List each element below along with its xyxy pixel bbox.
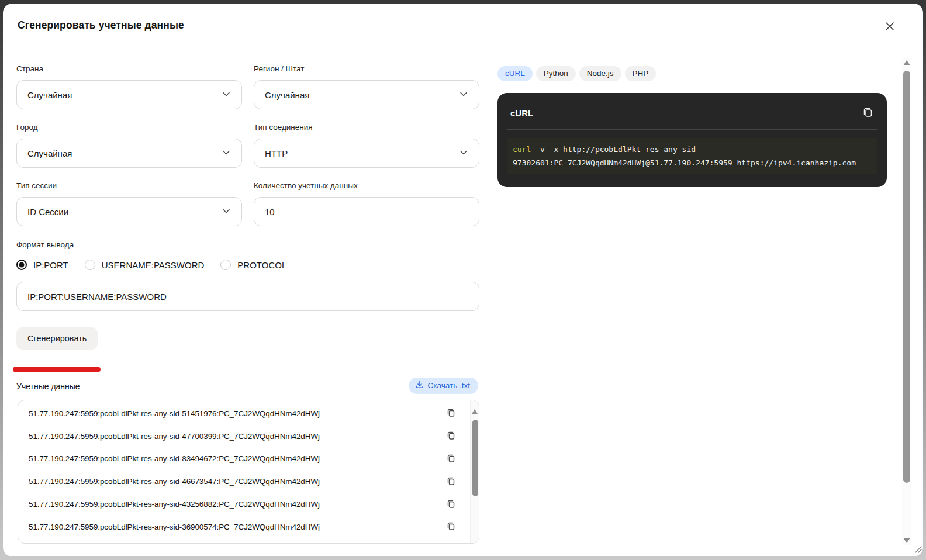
field-label: Тип сессии <box>16 181 242 190</box>
close-icon <box>884 20 896 34</box>
select-value: HTTP <box>265 148 288 158</box>
credential-text: 51.77.190.247:5959:pcobLdlPkt-res-any-si… <box>29 477 445 486</box>
credential-row: 51.77.190.247:5959:pcobLdlPkt-res-any-si… <box>18 425 470 448</box>
language-tabs: cURL Python Node.js PHP <box>497 66 890 81</box>
credential-text: 51.77.190.247:5959:pcobLdlPkt-res-any-si… <box>29 409 445 418</box>
header-divider <box>3 56 923 56</box>
scroll-up-arrow-icon[interactable] <box>903 60 910 65</box>
credential-row: 51.77.190.247:5959:pcobLdlPkt-res-any-si… <box>18 402 470 425</box>
radio-icon <box>85 260 95 270</box>
copy-icon <box>446 476 456 488</box>
code-content: curl -v -x http://pcobLdlPkt-res-any-sid… <box>507 138 877 174</box>
radio-icon <box>16 260 27 270</box>
code-command: curl <box>513 145 531 154</box>
credential-text: 51.77.190.247:5959:pcobLdlPkt-res-any-si… <box>29 454 445 463</box>
tab-python[interactable]: Python <box>536 66 576 81</box>
select-value: Случайная <box>27 90 72 100</box>
credentials-list-box: 51.77.190.247:5959:pcobLdlPkt-res-any-si… <box>18 400 479 544</box>
copy-icon <box>446 453 456 465</box>
field-label: Количество учетных данных <box>254 181 479 190</box>
country-select[interactable]: Случайная <box>16 80 242 109</box>
radio-label: USERNAME:PASSWORD <box>102 260 205 270</box>
code-block: cURL curl -v -x http://pcobLdlPkt-res-an… <box>497 93 887 187</box>
format-template-input[interactable] <box>16 282 479 311</box>
field-country: Страна Случайная <box>16 64 242 109</box>
credentials-list: 51.77.190.247:5959:pcobLdlPkt-res-any-si… <box>18 402 470 538</box>
region-select[interactable]: Случайная <box>254 80 479 109</box>
copy-code-button[interactable] <box>862 106 874 120</box>
credential-row: 51.77.190.247:5959:pcobLdlPkt-res-any-si… <box>18 493 470 516</box>
copy-icon <box>446 407 456 419</box>
tab-nodejs[interactable]: Node.js <box>579 66 621 81</box>
code-block-header: cURL <box>497 93 887 129</box>
credentials-scrollbar[interactable] <box>470 400 479 543</box>
field-credentials-count: Количество учетных данных <box>254 181 479 226</box>
download-icon <box>416 381 424 390</box>
modal-header: Сгенерировать учетные данные <box>3 4 923 56</box>
chevron-down-icon <box>222 148 231 159</box>
field-region: Регион / Штат Случайная <box>254 64 479 109</box>
field-label: Регион / Штат <box>254 64 479 73</box>
code-arguments: -v -x http://pcobLdlPkt-res-any-sid-9730… <box>513 145 856 167</box>
field-label: Город <box>16 123 242 132</box>
credentials-count-input[interactable] <box>254 197 479 226</box>
radio-username-password[interactable]: USERNAME:PASSWORD <box>85 260 205 270</box>
modal-scrollbar[interactable] <box>902 58 911 545</box>
close-button[interactable] <box>883 20 897 34</box>
copy-credential-button[interactable] <box>445 475 457 489</box>
copy-icon <box>446 430 456 442</box>
tab-php[interactable]: PHP <box>625 66 657 81</box>
session-type-select[interactable]: ID Сессии <box>16 197 242 226</box>
copy-credential-button[interactable] <box>445 497 457 511</box>
field-city: Город Случайная <box>16 123 242 168</box>
scroll-up-arrow-icon[interactable] <box>472 409 478 414</box>
connection-type-select[interactable]: HTTP <box>254 139 479 168</box>
copy-icon <box>446 499 456 510</box>
credentials-title: Учетные данные <box>16 382 80 391</box>
field-label: Тип соединения <box>254 123 479 132</box>
output-format-section: Формат вывода IP:PORT USERNAME:PASSWORD … <box>16 240 479 311</box>
select-value: ID Сессии <box>27 207 68 217</box>
credential-text: 51.77.190.247:5959:pcobLdlPkt-res-any-si… <box>29 432 445 441</box>
generate-button[interactable]: Сгенерировать <box>16 327 98 350</box>
radio-icon <box>220 260 231 270</box>
code-panel: cURL Python Node.js PHP cURL curl -v -x … <box>497 66 890 187</box>
tab-curl[interactable]: cURL <box>497 66 533 81</box>
copy-icon <box>862 106 874 120</box>
city-select[interactable]: Случайная <box>16 139 242 168</box>
chevron-down-icon <box>222 89 231 101</box>
radio-label: PROTOCOL <box>237 260 286 270</box>
copy-icon <box>446 521 456 533</box>
copy-credential-button[interactable] <box>445 520 457 534</box>
scrollbar-thumb[interactable] <box>472 420 478 496</box>
resize-grip-icon[interactable] <box>913 544 922 555</box>
credential-row: 51.77.190.247:5959:pcobLdlPkt-res-any-si… <box>18 470 470 493</box>
copy-credential-button[interactable] <box>445 406 457 420</box>
output-format-label: Формат вывода <box>16 240 479 249</box>
scrollbar-thumb[interactable] <box>903 71 910 483</box>
output-format-radios: IP:PORT USERNAME:PASSWORD PROTOCOL <box>16 260 479 270</box>
credential-text: 51.77.190.247:5959:pcobLdlPkt-res-any-si… <box>29 500 445 509</box>
credential-row: 51.77.190.247:5959:pcobLdlPkt-res-any-si… <box>18 448 470 471</box>
field-label: Страна <box>16 64 242 73</box>
chevron-down-icon <box>459 89 468 101</box>
copy-credential-button[interactable] <box>445 429 457 443</box>
code-divider <box>507 129 877 130</box>
credentials-form: Страна Случайная Регион / Штат Случайная… <box>16 64 479 350</box>
chevron-down-icon <box>459 148 468 159</box>
select-value: Случайная <box>27 148 72 158</box>
modal-title: Сгенерировать учетные данные <box>18 19 184 32</box>
copy-credential-button[interactable] <box>445 452 457 466</box>
code-block-title: cURL <box>510 108 533 118</box>
red-underline-annotation <box>13 367 101 372</box>
field-session-type: Тип сессии ID Сессии <box>16 181 242 226</box>
radio-label: IP:PORT <box>33 260 68 270</box>
radio-protocol[interactable]: PROTOCOL <box>220 260 286 270</box>
credential-row: 51.77.190.247:5959:pcobLdlPkt-res-any-si… <box>18 516 470 538</box>
download-label: Скачать .txt <box>428 381 470 390</box>
radio-ip-port[interactable]: IP:PORT <box>16 260 68 270</box>
field-connection-type: Тип соединения HTTP <box>254 123 479 168</box>
download-txt-button[interactable]: Скачать .txt <box>409 378 478 394</box>
scroll-down-arrow-icon[interactable] <box>903 538 910 543</box>
chevron-down-icon <box>222 206 231 217</box>
